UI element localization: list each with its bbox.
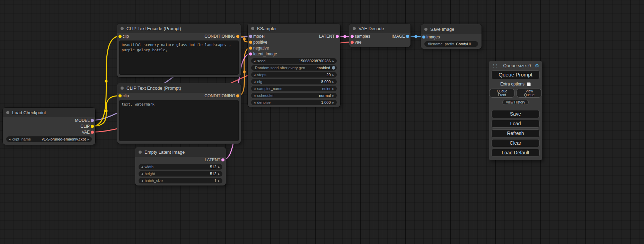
- node-vae-decode[interactable]: VAE Decode samples IMAGE vae: [349, 24, 411, 47]
- prev-value-arrow-icon[interactable]: [141, 180, 143, 182]
- node-title-bar[interactable]: CLIP Text Encode (Prompt): [117, 24, 241, 33]
- node-title: KSampler: [257, 26, 277, 31]
- node-title-bar[interactable]: Save Image: [421, 24, 482, 34]
- next-value-arrow-icon[interactable]: [333, 60, 334, 62]
- extra-options-checkbox[interactable]: [527, 82, 531, 86]
- node-graph-canvas[interactable]: Load Checkpoint MODEL CLIP VAE ckpt_name…: [0, 0, 644, 244]
- next-value-arrow-icon[interactable]: [333, 74, 334, 76]
- link-midpoint-dot: [243, 71, 246, 73]
- prev-value-arrow-icon[interactable]: [254, 94, 255, 97]
- latent-output-dot[interactable]: [336, 35, 339, 38]
- node-load-checkpoint[interactable]: Load Checkpoint MODEL CLIP VAE ckpt_name…: [3, 108, 95, 145]
- prev-value-arrow-icon[interactable]: [254, 60, 255, 62]
- slot-label: clip: [123, 93, 129, 98]
- output-slot-vae: VAE: [3, 129, 95, 135]
- collapse-dot-icon[interactable]: [353, 27, 356, 30]
- node-title-bar[interactable]: VAE Decode: [349, 24, 411, 33]
- node-ksampler[interactable]: KSampler model LATENT positive negative …: [248, 24, 340, 107]
- slot-label: images: [426, 35, 440, 39]
- clip-input-dot[interactable]: [118, 94, 122, 97]
- collapse-dot-icon[interactable]: [424, 28, 427, 31]
- vae-input-dot[interactable]: [351, 40, 354, 44]
- negative-prompt-textarea[interactable]: text, watermark: [119, 100, 239, 141]
- next-value-arrow-icon[interactable]: [333, 81, 334, 83]
- positive-prompt-textarea[interactable]: beautiful scenery nature glass bottle la…: [119, 40, 239, 75]
- next-value-arrow-icon[interactable]: [333, 94, 334, 97]
- node-title-bar[interactable]: KSampler: [248, 24, 340, 33]
- next-value-arrow-icon[interactable]: [333, 88, 334, 90]
- widget-batch-size[interactable]: batch_size 1: [139, 178, 222, 183]
- node-title-bar[interactable]: Load Checkpoint: [3, 108, 95, 117]
- vae-output-dot[interactable]: [91, 130, 94, 134]
- widget-width[interactable]: width 512: [139, 164, 222, 170]
- slot-label: CONDITIONING: [204, 93, 235, 98]
- clear-button[interactable]: Clear: [491, 139, 540, 147]
- slot-row: samples IMAGE: [349, 33, 411, 39]
- slot-label: clip: [123, 34, 129, 39]
- next-value-arrow-icon[interactable]: [218, 173, 220, 175]
- negative-input-dot[interactable]: [249, 46, 252, 49]
- node-title-bar[interactable]: Empty Latent Image: [135, 147, 226, 157]
- link-midpoint-dot: [243, 38, 246, 40]
- load-default-button[interactable]: Load Default: [491, 149, 540, 157]
- widget-denoise[interactable]: denoise 1.000: [251, 100, 337, 105]
- clip-input-dot[interactable]: [118, 35, 122, 38]
- positive-input-dot[interactable]: [249, 40, 252, 44]
- queue-front-button[interactable]: Queue Front: [489, 89, 515, 98]
- latent-image-input-dot[interactable]: [249, 52, 252, 55]
- prev-value-arrow-icon[interactable]: [9, 138, 10, 141]
- prev-value-arrow-icon[interactable]: [254, 101, 255, 104]
- model-output-dot[interactable]: [91, 119, 94, 122]
- queue-panel: Queue size: 0 Queue Prompt Extra options…: [489, 61, 542, 160]
- clip-output-dot[interactable]: [91, 125, 94, 128]
- widget-random-seed-toggle[interactable]: Random seed after every gen enabled: [251, 65, 337, 71]
- conditioning-output-dot[interactable]: [236, 35, 239, 38]
- conditioning-output-dot[interactable]: [236, 94, 239, 97]
- node-clip-text-encode-negative[interactable]: CLIP Text Encode (Prompt) clip CONDITION…: [117, 83, 241, 144]
- collapse-dot-icon[interactable]: [121, 87, 124, 90]
- widget-steps[interactable]: steps 20: [251, 72, 337, 78]
- next-value-arrow-icon[interactable]: [218, 180, 220, 182]
- model-input-dot[interactable]: [249, 35, 252, 38]
- next-value-arrow-icon[interactable]: [333, 101, 334, 104]
- prev-value-arrow-icon[interactable]: [141, 173, 143, 175]
- widget-seed[interactable]: seed 156680208700286: [251, 58, 337, 64]
- latent-output-dot[interactable]: [221, 158, 224, 161]
- node-save-image[interactable]: Save Image images filename_prefix ComfyU…: [421, 24, 482, 49]
- widget-sampler-name[interactable]: sampler_name euler: [251, 86, 337, 91]
- images-input-dot[interactable]: [422, 35, 425, 38]
- view-history-button[interactable]: View History: [502, 100, 528, 105]
- widget-cfg[interactable]: cfg 8.000: [251, 79, 337, 84]
- prev-value-arrow-icon[interactable]: [254, 74, 255, 76]
- collapse-dot-icon[interactable]: [251, 27, 254, 30]
- prev-value-arrow-icon[interactable]: [254, 88, 255, 90]
- save-button[interactable]: Save: [491, 110, 540, 118]
- collapse-dot-icon[interactable]: [121, 27, 124, 30]
- widget-scheduler[interactable]: scheduler normal: [251, 93, 337, 98]
- load-button[interactable]: Load: [491, 120, 540, 128]
- node-title-bar[interactable]: CLIP Text Encode (Prompt): [117, 83, 241, 93]
- image-output-dot[interactable]: [406, 35, 409, 38]
- drag-handle-icon[interactable]: [492, 63, 499, 68]
- prev-value-arrow-icon[interactable]: [254, 81, 255, 83]
- collapse-dot-icon[interactable]: [139, 151, 142, 154]
- node-empty-latent-image[interactable]: Empty Latent Image LATENT width 512 heig…: [135, 147, 226, 186]
- collapse-dot-icon[interactable]: [6, 111, 9, 114]
- samples-input-dot[interactable]: [351, 35, 354, 38]
- view-queue-button[interactable]: View Queue: [517, 89, 542, 98]
- next-value-arrow-icon[interactable]: [218, 166, 220, 168]
- refresh-button[interactable]: Refresh: [491, 129, 540, 137]
- settings-gear-icon[interactable]: [535, 63, 539, 68]
- output-slot-clip: CLIP: [3, 123, 95, 129]
- widget-filename-prefix[interactable]: filename_prefix ComfyUI: [424, 41, 478, 47]
- queue-prompt-button[interactable]: Queue Prompt: [491, 70, 540, 79]
- next-value-arrow-icon[interactable]: [88, 138, 89, 141]
- slot-label: IMAGE: [391, 34, 405, 39]
- widget-height[interactable]: height 512: [139, 171, 222, 177]
- slot-label: LATENT: [319, 34, 335, 39]
- node-title: Save Image: [430, 27, 454, 32]
- node-clip-text-encode-positive[interactable]: CLIP Text Encode (Prompt) clip CONDITION…: [117, 24, 241, 77]
- widget-ckpt-name[interactable]: ckpt_name v1-5-pruned-emaonly.ckpt: [6, 136, 92, 142]
- prev-value-arrow-icon[interactable]: [141, 166, 143, 168]
- toggle-knob-icon[interactable]: [332, 66, 335, 70]
